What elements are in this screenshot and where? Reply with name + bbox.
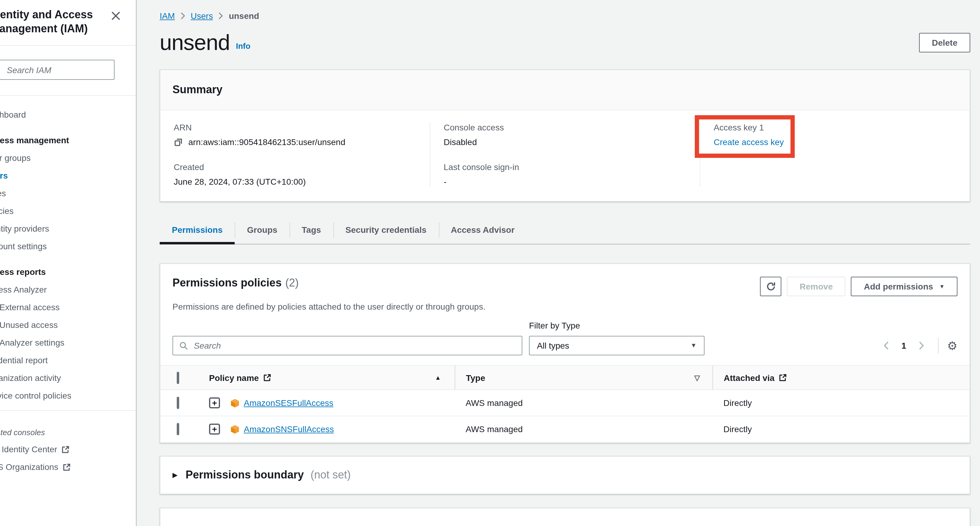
sidebar-item-dashboard[interactable]: Dashboard — [0, 106, 137, 124]
sidebar-item-analyzer-settings[interactable]: Analyzer settings — [0, 334, 137, 352]
chevron-right-icon — [218, 12, 223, 19]
column-header-policy-name[interactable]: Policy name — [209, 373, 259, 383]
console-access-value: Disabled — [444, 137, 686, 147]
policy-type-cell: AWS managed — [455, 390, 713, 416]
filter-icon[interactable]: ▽ — [694, 373, 700, 382]
remove-button[interactable]: Remove — [787, 277, 846, 296]
summary-col-arn: ARN arn:aws:iam::905418462135:user/unsen… — [160, 122, 430, 186]
tab-access-advisor[interactable]: Access Advisor — [439, 218, 527, 244]
create-access-key-link[interactable]: Create access key — [714, 137, 784, 147]
summary-col-console: Console access Disabled Last console sig… — [430, 122, 700, 186]
tab-security-credentials[interactable]: Security credentials — [333, 218, 439, 244]
generate-policy-panel[interactable]: ▼ Generate policy based on CloudTrail ev… — [160, 507, 970, 526]
close-icon[interactable] — [110, 10, 123, 22]
sidebar-item-policies[interactable]: Policies — [0, 202, 137, 220]
summary-panel: Summary ARN arn:aws:iam::905418462135:us… — [160, 70, 970, 202]
sidebar-item-access-analyzer[interactable]: Access Analyzer — [0, 281, 137, 299]
divider — [0, 410, 137, 411]
breadcrumb: IAM Users unsend — [160, 0, 970, 21]
gear-icon[interactable]: ⚙ — [947, 340, 958, 351]
summary-heading: Summary — [160, 70, 970, 110]
tab-permissions[interactable]: Permissions — [160, 218, 235, 244]
info-link[interactable]: Info — [236, 41, 250, 50]
sidebar-item-external-access[interactable]: External access — [0, 299, 137, 316]
refresh-button[interactable] — [760, 277, 781, 296]
expand-row-icon[interactable] — [209, 424, 220, 435]
divider — [0, 95, 137, 96]
next-page-icon[interactable] — [916, 341, 927, 350]
iam-sidebar: Identity and Access Management (IAM) Das… — [0, 0, 137, 526]
sidebar-item-organization-activity[interactable]: Organization activity — [0, 369, 137, 387]
permissions-boundary-panel[interactable]: ▶ Permissions boundary (not set) — [160, 456, 970, 494]
table-row: AmazonSNSFullAccess AWS managed Directly — [160, 416, 970, 442]
column-header-attached-via[interactable]: Attached via — [724, 373, 775, 383]
permissions-boundary-status: (not set) — [310, 469, 351, 481]
row-checkbox[interactable] — [177, 423, 179, 435]
add-permissions-button[interactable]: Add permissions ▼ — [851, 277, 958, 296]
breadcrumb-iam-link[interactable]: IAM — [160, 11, 175, 21]
permissions-policies-title: Permissions policies(2) — [172, 277, 299, 289]
refresh-icon — [766, 281, 776, 291]
main-content: IAM Users unsend unsend Info Delete Summ… — [137, 0, 980, 526]
filter-by-type-label: Filter by Type — [529, 321, 705, 331]
previous-page-icon[interactable] — [881, 341, 892, 350]
sidebar-item-unused-access[interactable]: Unused access — [0, 316, 137, 334]
breadcrumb-current: unsend — [229, 11, 259, 21]
copy-icon[interactable] — [174, 137, 183, 146]
chevron-right-icon — [180, 12, 185, 19]
sidebar-section-access-reports: Access reports — [0, 263, 137, 281]
sidebar-item-service-control-policies[interactable]: Service control policies — [0, 387, 137, 405]
permissions-policies-title-text: Permissions policies — [172, 277, 282, 289]
policies-search-input[interactable] — [172, 336, 522, 355]
chevron-down-icon: ▼ — [939, 283, 945, 289]
sidebar-item-label: AWS Organizations — [0, 458, 58, 476]
column-header-type[interactable]: Type — [466, 373, 485, 383]
divider — [0, 45, 137, 46]
type-filter-select[interactable]: All types — [529, 336, 705, 355]
last-signin-value: - — [444, 177, 686, 186]
attached-via-cell: Directly — [713, 390, 970, 416]
permissions-boundary-title: Permissions boundary — [186, 469, 304, 481]
sidebar-item-users[interactable]: Users — [0, 167, 137, 185]
row-checkbox[interactable] — [177, 397, 179, 409]
expand-row-icon[interactable] — [209, 397, 220, 408]
managed-policy-icon — [231, 398, 240, 407]
created-label: Created — [174, 162, 416, 172]
arn-label: ARN — [174, 122, 416, 132]
managed-policy-icon — [231, 425, 240, 434]
breadcrumb-users-link[interactable]: Users — [191, 11, 213, 21]
sidebar-item-identity-providers[interactable]: Identity providers — [0, 220, 137, 238]
summary-col-access-key: Access key 1 Create access key — [700, 122, 970, 186]
sidebar-title: Identity and Access Management (IAM) — [0, 8, 119, 36]
created-value: June 28, 2024, 07:33 (UTC+10:00) — [174, 177, 416, 186]
type-filter-value: All types — [537, 341, 569, 350]
delete-button[interactable]: Delete — [919, 33, 970, 52]
policies-table: Policy name ▲ Type ▽ — [160, 365, 970, 442]
tab-tags[interactable]: Tags — [290, 218, 333, 244]
sidebar-item-iam-identity-center[interactable]: IAM Identity Center — [0, 441, 137, 458]
search-icon — [179, 341, 188, 350]
sort-ascending-icon[interactable]: ▲ — [435, 374, 441, 381]
access-key-label: Access key 1 — [714, 122, 956, 132]
policy-link[interactable]: AmazonSNSFullAccess — [244, 424, 334, 434]
sidebar-search-input[interactable] — [0, 60, 115, 80]
table-row: AmazonSESFullAccess AWS managed Directly — [160, 390, 970, 416]
tab-groups[interactable]: Groups — [235, 218, 290, 244]
console-access-label: Console access — [444, 122, 686, 132]
chevron-right-icon[interactable]: ▶ — [172, 471, 178, 479]
sidebar-item-aws-organizations[interactable]: AWS Organizations — [0, 458, 137, 476]
select-all-checkbox[interactable] — [177, 372, 179, 384]
sidebar-item-account-settings[interactable]: Account settings — [0, 238, 137, 255]
policy-link[interactable]: AmazonSESFullAccess — [244, 398, 333, 408]
current-page-number[interactable]: 1 — [901, 341, 906, 350]
policy-type-cell: AWS managed — [455, 416, 713, 442]
sidebar-item-label: IAM Identity Center — [0, 441, 57, 458]
sidebar-item-user-groups[interactable]: User groups — [0, 149, 137, 167]
attached-via-cell: Directly — [713, 416, 970, 442]
arn-value: arn:aws:iam::905418462135:user/unsend — [188, 137, 345, 147]
sidebar-item-roles[interactable]: Roles — [0, 185, 137, 202]
add-permissions-label: Add permissions — [864, 281, 933, 291]
sidebar-item-credential-report[interactable]: Credential report — [0, 352, 137, 369]
last-signin-label: Last console sign-in — [444, 162, 686, 172]
external-link-icon — [62, 463, 70, 471]
